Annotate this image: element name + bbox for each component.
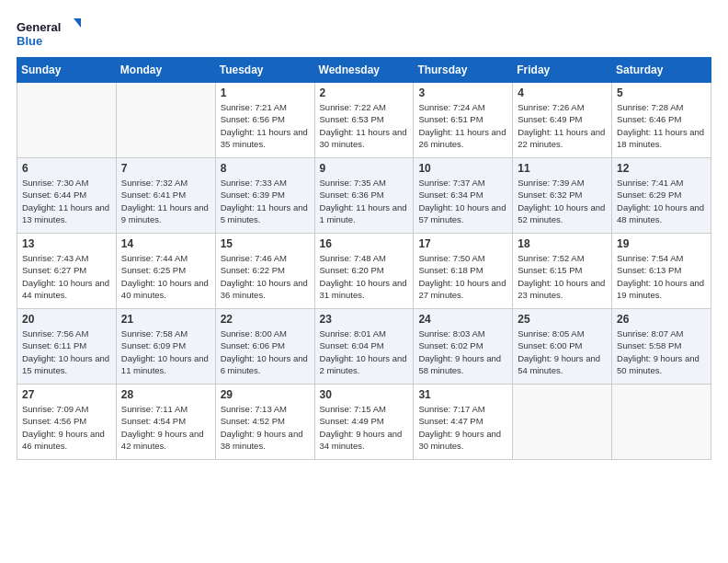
day-number: 1 (221, 86, 310, 99)
day-cell: 28Sunrise: 7:11 AMSunset: 4:54 PMDayligh… (116, 385, 215, 460)
day-cell: 24Sunrise: 8:03 AMSunset: 6:02 PMDayligh… (414, 309, 513, 385)
day-info: Sunrise: 7:26 AMSunset: 6:49 PMDaylight:… (518, 101, 607, 150)
day-info: Sunrise: 7:58 AMSunset: 6:09 PMDaylight:… (121, 327, 210, 376)
day-info: Sunrise: 7:09 AMSunset: 4:56 PMDaylight:… (22, 403, 111, 452)
day-info: Sunrise: 7:44 AMSunset: 6:25 PMDaylight:… (121, 252, 210, 301)
day-info: Sunrise: 8:01 AMSunset: 6:04 PMDaylight:… (320, 327, 409, 376)
day-number: 13 (22, 237, 111, 250)
day-number: 16 (320, 237, 409, 250)
calendar-table: SundayMondayTuesdayWednesdayThursdayFrid… (17, 57, 711, 460)
day-info: Sunrise: 7:54 AMSunset: 6:13 PMDaylight:… (617, 252, 706, 301)
day-cell: 6Sunrise: 7:30 AMSunset: 6:44 PMDaylight… (17, 158, 117, 234)
day-cell: 8Sunrise: 7:33 AMSunset: 6:39 PMDaylight… (215, 158, 314, 234)
day-number: 23 (320, 313, 409, 326)
svg-marker-2 (74, 18, 81, 28)
day-info: Sunrise: 7:52 AMSunset: 6:15 PMDaylight:… (518, 252, 607, 301)
day-number: 11 (518, 162, 607, 175)
day-number: 6 (22, 162, 111, 175)
day-cell: 17Sunrise: 7:50 AMSunset: 6:18 PMDayligh… (414, 234, 513, 309)
day-cell: 21Sunrise: 7:58 AMSunset: 6:09 PMDayligh… (116, 309, 215, 385)
day-number: 17 (418, 237, 507, 250)
weekday-header-wednesday: Wednesday (314, 58, 414, 83)
day-number: 21 (121, 313, 210, 326)
day-cell: 16Sunrise: 7:48 AMSunset: 6:20 PMDayligh… (314, 234, 414, 309)
day-info: Sunrise: 7:11 AMSunset: 4:54 PMDaylight:… (121, 403, 210, 452)
day-number: 14 (121, 237, 210, 250)
day-cell: 29Sunrise: 7:13 AMSunset: 4:52 PMDayligh… (215, 385, 314, 460)
day-info: Sunrise: 7:41 AMSunset: 6:29 PMDaylight:… (617, 177, 706, 225)
day-number: 20 (22, 313, 111, 326)
week-row-3: 20Sunrise: 7:56 AMSunset: 6:11 PMDayligh… (17, 309, 711, 385)
page: General Blue SundayMondayTuesdayWednesda… (0, 0, 728, 563)
svg-text:Blue: Blue (17, 34, 42, 48)
day-cell: 7Sunrise: 7:32 AMSunset: 6:41 PMDaylight… (116, 158, 215, 234)
day-info: Sunrise: 7:13 AMSunset: 4:52 PMDaylight:… (221, 403, 310, 452)
weekday-header-monday: Monday (116, 58, 215, 83)
day-cell: 15Sunrise: 7:46 AMSunset: 6:22 PMDayligh… (215, 234, 314, 309)
week-row-0: 1Sunrise: 7:21 AMSunset: 6:56 PMDaylight… (17, 83, 711, 158)
day-number: 10 (418, 162, 507, 175)
weekday-header-saturday: Saturday (612, 58, 711, 83)
header: General Blue (17, 17, 711, 50)
week-row-4: 27Sunrise: 7:09 AMSunset: 4:56 PMDayligh… (17, 385, 711, 460)
day-number: 22 (221, 313, 310, 326)
day-cell: 5Sunrise: 7:28 AMSunset: 6:46 PMDaylight… (612, 83, 711, 158)
day-cell: 12Sunrise: 7:41 AMSunset: 6:29 PMDayligh… (612, 158, 711, 234)
day-cell: 11Sunrise: 7:39 AMSunset: 6:32 PMDayligh… (513, 158, 612, 234)
day-number: 27 (22, 388, 111, 401)
day-info: Sunrise: 7:30 AMSunset: 6:44 PMDaylight:… (22, 177, 111, 225)
day-number: 3 (418, 86, 507, 99)
day-cell: 19Sunrise: 7:54 AMSunset: 6:13 PMDayligh… (612, 234, 711, 309)
day-cell: 10Sunrise: 7:37 AMSunset: 6:34 PMDayligh… (414, 158, 513, 234)
day-info: Sunrise: 7:17 AMSunset: 4:47 PMDaylight:… (418, 403, 507, 452)
day-info: Sunrise: 7:37 AMSunset: 6:34 PMDaylight:… (418, 177, 507, 225)
day-number: 2 (320, 86, 409, 99)
day-number: 18 (518, 237, 607, 250)
day-cell: 20Sunrise: 7:56 AMSunset: 6:11 PMDayligh… (17, 309, 117, 385)
day-cell: 26Sunrise: 8:07 AMSunset: 5:58 PMDayligh… (612, 309, 711, 385)
day-info: Sunrise: 8:07 AMSunset: 5:58 PMDaylight:… (617, 327, 706, 376)
day-cell: 25Sunrise: 8:05 AMSunset: 6:00 PMDayligh… (513, 309, 612, 385)
day-info: Sunrise: 7:22 AMSunset: 6:53 PMDaylight:… (320, 101, 409, 150)
day-cell: 2Sunrise: 7:22 AMSunset: 6:53 PMDaylight… (314, 83, 414, 158)
day-info: Sunrise: 7:35 AMSunset: 6:36 PMDaylight:… (320, 177, 409, 225)
header-row: SundayMondayTuesdayWednesdayThursdayFrid… (17, 58, 711, 83)
day-info: Sunrise: 7:46 AMSunset: 6:22 PMDaylight:… (221, 252, 310, 301)
day-info: Sunrise: 7:56 AMSunset: 6:11 PMDaylight:… (22, 327, 111, 376)
svg-text:General: General (17, 20, 61, 34)
day-cell: 1Sunrise: 7:21 AMSunset: 6:56 PMDaylight… (215, 83, 314, 158)
day-cell: 18Sunrise: 7:52 AMSunset: 6:15 PMDayligh… (513, 234, 612, 309)
day-cell: 22Sunrise: 8:00 AMSunset: 6:06 PMDayligh… (215, 309, 314, 385)
day-info: Sunrise: 7:48 AMSunset: 6:20 PMDaylight:… (320, 252, 409, 301)
day-cell: 31Sunrise: 7:17 AMSunset: 4:47 PMDayligh… (414, 385, 513, 460)
day-info: Sunrise: 8:03 AMSunset: 6:02 PMDaylight:… (418, 327, 507, 376)
day-number: 5 (617, 86, 706, 99)
day-info: Sunrise: 7:50 AMSunset: 6:18 PMDaylight:… (418, 252, 507, 301)
day-number: 31 (418, 388, 507, 401)
day-info: Sunrise: 8:05 AMSunset: 6:00 PMDaylight:… (518, 327, 607, 376)
day-info: Sunrise: 7:28 AMSunset: 6:46 PMDaylight:… (617, 101, 706, 150)
day-cell (612, 385, 711, 460)
day-number: 15 (221, 237, 310, 250)
day-number: 28 (121, 388, 210, 401)
logo: General Blue (17, 17, 81, 50)
day-cell: 23Sunrise: 8:01 AMSunset: 6:04 PMDayligh… (314, 309, 414, 385)
day-cell (17, 83, 117, 158)
day-number: 25 (518, 313, 607, 326)
logo-svg: General Blue (17, 17, 81, 50)
day-number: 19 (617, 237, 706, 250)
day-number: 30 (320, 388, 409, 401)
day-number: 29 (221, 388, 310, 401)
day-cell: 4Sunrise: 7:26 AMSunset: 6:49 PMDaylight… (513, 83, 612, 158)
day-cell: 30Sunrise: 7:15 AMSunset: 4:49 PMDayligh… (314, 385, 414, 460)
week-row-2: 13Sunrise: 7:43 AMSunset: 6:27 PMDayligh… (17, 234, 711, 309)
day-cell: 13Sunrise: 7:43 AMSunset: 6:27 PMDayligh… (17, 234, 117, 309)
day-info: Sunrise: 7:43 AMSunset: 6:27 PMDaylight:… (22, 252, 111, 301)
day-info: Sunrise: 7:39 AMSunset: 6:32 PMDaylight:… (518, 177, 607, 225)
day-info: Sunrise: 7:21 AMSunset: 6:56 PMDaylight:… (221, 101, 310, 150)
day-cell: 3Sunrise: 7:24 AMSunset: 6:51 PMDaylight… (414, 83, 513, 158)
day-cell: 14Sunrise: 7:44 AMSunset: 6:25 PMDayligh… (116, 234, 215, 309)
weekday-header-sunday: Sunday (17, 58, 117, 83)
day-number: 4 (518, 86, 607, 99)
day-number: 26 (617, 313, 706, 326)
